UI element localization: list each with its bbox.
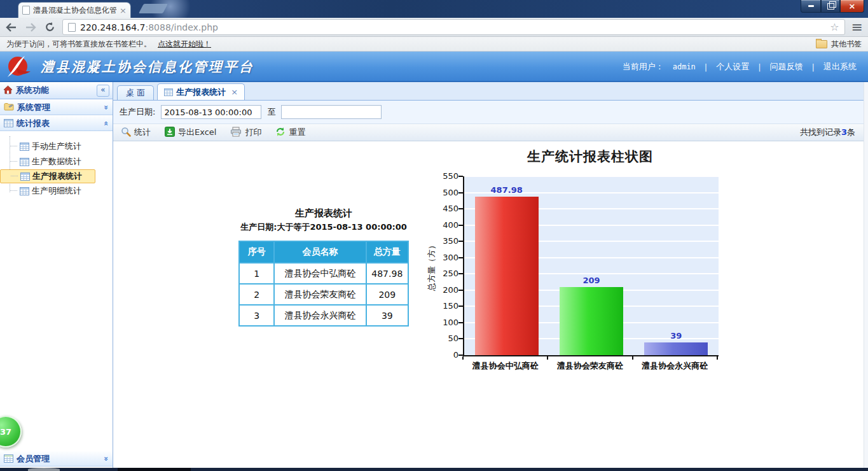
record-prefix: 共找到记录	[800, 127, 841, 137]
sidebar-tree-item[interactable]: 手动生产统计	[0, 139, 95, 154]
new-tab-button[interactable]	[139, 4, 168, 13]
sidebar-group-label: 系统管理	[17, 102, 50, 113]
tab-report-statistics[interactable]: 生产报表统计 ×	[157, 83, 245, 100]
y-tick-label: 400	[428, 220, 458, 230]
bookmark-star-icon[interactable]: ☆	[830, 21, 839, 33]
browser-tab-title: 澧县混凝土协会信息化管理	[33, 5, 116, 16]
y-tick-mark	[458, 306, 463, 307]
y-tick-label: 200	[428, 285, 458, 295]
restore-button[interactable]	[821, 0, 840, 13]
export-excel-button[interactable]: 导出Excel	[165, 127, 216, 139]
sidebar-group-label: 会员管理	[17, 453, 50, 465]
chart-title: 生产统计报表柱状图	[463, 148, 717, 165]
reset-button[interactable]: 重置	[275, 127, 305, 139]
date-to-input[interactable]	[281, 105, 382, 119]
y-tick-label: 500	[428, 188, 458, 197]
y-tick-label: 0	[428, 350, 458, 360]
tree-connector	[11, 176, 18, 177]
close-button[interactable]: ×	[840, 0, 864, 13]
y-tick-mark	[458, 176, 463, 177]
url-text: 220.248.164.7:8088/index.php	[80, 22, 218, 32]
sidebar-tree-item[interactable]: 生产明细统计	[0, 183, 95, 199]
minimize-button[interactable]	[801, 0, 821, 13]
table-icon	[164, 88, 173, 96]
x-tick-mark	[547, 356, 548, 360]
browser-menu-icon[interactable]: ≡	[851, 22, 863, 32]
personal-settings-link[interactable]: 个人设置	[716, 61, 749, 73]
table-icon	[4, 454, 13, 463]
x-tick-mark	[632, 356, 633, 360]
y-tick-label: 250	[428, 269, 458, 278]
date-label: 生产日期:	[120, 106, 155, 118]
tree-connector	[10, 146, 17, 147]
scrollbar-track[interactable]	[864, 82, 868, 468]
date-from-input[interactable]	[161, 105, 261, 119]
y-tick-label: 50	[428, 334, 458, 343]
header-links: 当前用户： admin | 个人设置 | 问题反馈 | 退出系统	[623, 61, 857, 73]
back-icon[interactable]	[5, 22, 18, 32]
chevron-down-icon[interactable]: »	[102, 456, 111, 461]
tree-connector	[10, 190, 17, 192]
sidebar-group-label: 统计报表	[17, 118, 50, 129]
address-bar[interactable]: 220.248.164.7:8088/index.php ☆	[62, 19, 845, 35]
browser-tab[interactable]: 澧县混凝土协会信息化管理 ×	[18, 2, 131, 18]
app-title: 澧县混凝土协会信息化管理平台	[41, 58, 254, 76]
chevron-up-icon[interactable]: «	[102, 121, 111, 126]
y-tick-mark	[458, 273, 463, 274]
app-logo-icon	[5, 54, 36, 82]
tab-close-icon[interactable]: ×	[231, 87, 238, 97]
y-tick-mark	[458, 241, 463, 242]
tree-item-label: 生产数据统计	[32, 156, 81, 167]
x-labels: 澧县协会中弘商砼澧县协会荣友商砼澧县协会永兴商砼	[463, 360, 717, 372]
floating-contact-badge[interactable]: 37	[0, 416, 22, 447]
bookmarks-bar: 为便于访问，可将书签直接放在书签栏中。 点这就开始啦！ 其他书签	[0, 37, 868, 52]
statistics-button[interactable]: 统计	[121, 127, 151, 139]
y-tick-mark	[458, 208, 463, 209]
folder-icon	[816, 40, 827, 48]
current-user-value: admin	[673, 62, 696, 71]
gridline	[464, 176, 719, 177]
sidebar-header: 系统功能 «	[0, 82, 113, 99]
sidebar-group-members[interactable]: 会员管理 »	[0, 451, 113, 467]
forward-icon[interactable]	[24, 22, 37, 32]
sidebar-collapse-button[interactable]: «	[97, 85, 109, 97]
sidebar-tree-item[interactable]: 生产数据统计	[0, 154, 95, 169]
table-icon	[20, 172, 30, 181]
record-count: 3	[841, 127, 847, 137]
url-host: 220.248.164.7	[80, 22, 145, 32]
sidebar-group-system[interactable]: 系统管理 »	[0, 99, 113, 115]
other-bookmarks-label[interactable]: 其他书签	[831, 39, 862, 50]
page-icon	[22, 6, 30, 15]
restore-icon	[827, 3, 834, 10]
y-tick-mark	[458, 192, 463, 193]
sidebar: 系统功能 « 系统管理 » 统计报表 « 手动生产统计生产数据统计生产报表统计生…	[0, 82, 113, 468]
y-tick-label: 300	[428, 253, 458, 262]
x-category-label: 澧县协会荣友商砼	[548, 360, 632, 372]
refresh-icon[interactable]	[43, 22, 56, 32]
chevron-down-icon[interactable]: »	[102, 105, 111, 110]
y-tick-mark	[458, 257, 463, 258]
bar-value-label: 209	[560, 276, 623, 285]
tree-connector	[10, 161, 17, 162]
page-icon	[68, 23, 76, 32]
table-icon	[20, 143, 29, 151]
logout-link[interactable]: 退出系统	[823, 61, 857, 73]
tab-desktop[interactable]: 桌 面	[117, 85, 154, 100]
print-button[interactable]: 打印	[230, 127, 261, 139]
main-area: 系统功能 « 系统管理 » 统计报表 « 手动生产统计生产数据统计生产报表统计生…	[0, 82, 868, 468]
feedback-link[interactable]: 问题反馈	[770, 61, 803, 73]
y-tick-mark	[458, 290, 463, 291]
tab-close-icon[interactable]: ×	[120, 6, 127, 15]
bookmark-start-link[interactable]: 点这就开始啦！	[158, 39, 211, 50]
bar-value-label: 39	[644, 331, 708, 341]
x-tick-mark	[462, 356, 464, 360]
bar-value-label: 487.98	[475, 185, 539, 195]
window-controls: ×	[801, 0, 864, 13]
taskbar-edge	[0, 468, 868, 471]
y-tick-label: 150	[428, 301, 458, 311]
y-tick-mark	[458, 225, 463, 226]
sidebar-tree-item[interactable]: 生产报表统计	[0, 169, 95, 183]
sidebar-group-reports[interactable]: 统计报表 «	[0, 115, 113, 131]
x-category-label: 澧县协会中弘商砼	[463, 360, 548, 372]
x-category-label: 澧县协会永兴商砼	[633, 360, 717, 372]
